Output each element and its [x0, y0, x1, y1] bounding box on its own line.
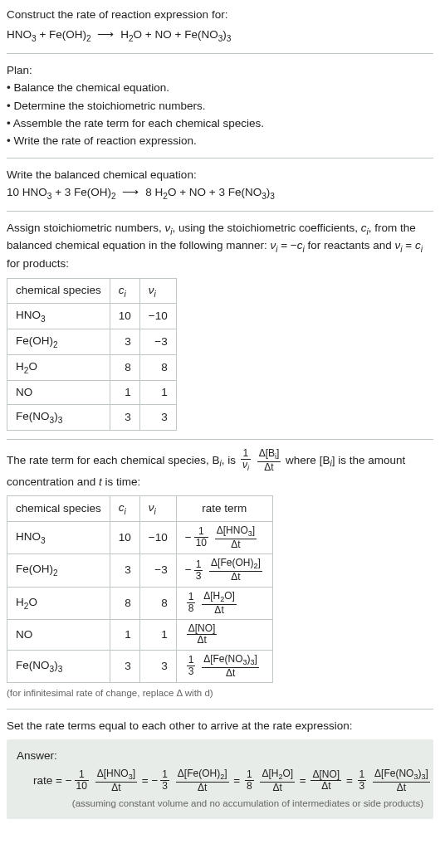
plan-item: • Balance the chemical equation.	[7, 80, 433, 96]
table-row: HNO310−10−110 Δ[HNO3]Δt	[7, 521, 273, 553]
table-row: HNO310−10	[7, 304, 177, 329]
table-row: NO11Δ[NO]Δt	[7, 620, 273, 650]
sp: HNO	[7, 28, 32, 41]
rate-expression: rate = −110 Δ[HNO3]Δt = −13 Δ[Fe(OH)2]Δt…	[17, 768, 423, 793]
rateterm-text: The rate term for each chemical species,…	[7, 448, 433, 490]
divider	[7, 53, 433, 54]
table-row: NO11	[7, 381, 177, 405]
plan-item: • Assemble the rate term for each chemic…	[7, 115, 433, 132]
footnote: (for infinitesimal rate of change, repla…	[7, 686, 433, 700]
table-header: chemical species ci νi rate term	[7, 495, 273, 521]
divider	[7, 158, 433, 158]
divider	[7, 211, 433, 212]
table-row: Fe(OH)23−3−13 Δ[Fe(OH)2]Δt	[7, 554, 273, 587]
table-row: H2O88	[7, 355, 177, 381]
plan-item: • Write the rate of reaction expression.	[7, 133, 433, 149]
stoich-table-1: chemical species ci νi HNO310−10 Fe(OH)2…	[7, 278, 177, 432]
intro-equation: HNO3 + Fe(OH)2 ⟶ H2O + NO + Fe(NO3)3	[7, 27, 433, 45]
plan-item: • Determine the stoichiometric numbers.	[7, 98, 433, 115]
table-row: Fe(NO3)333	[7, 405, 177, 431]
arrow-icon: ⟶	[119, 186, 142, 198]
divider	[7, 439, 433, 440]
answer-box: Answer: rate = −110 Δ[HNO3]Δt = −13 Δ[Fe…	[7, 739, 433, 819]
balanced-title: Write the balanced chemical equation:	[7, 167, 433, 183]
assign-text: Assign stoichiometric numbers, νi, using…	[7, 220, 433, 273]
balanced-equation: 10 HNO3 + 3 Fe(OH)2 ⟶ 8 H2O + NO + 3 Fe(…	[7, 184, 433, 202]
stoich-table-2: chemical species ci νi rate term HNO310−…	[7, 495, 273, 683]
arrow-icon: ⟶	[94, 28, 117, 41]
table-row: Fe(NO3)33313 Δ[Fe(NO3)3]Δt	[7, 650, 273, 682]
final-title: Set the rate terms equal to each other t…	[7, 718, 433, 734]
table-row: H2O8818 Δ[H2O]Δt	[7, 587, 273, 619]
answer-footnote: (assuming constant volume and no accumul…	[17, 797, 423, 811]
intro-prompt: Construct the rate of reaction expressio…	[7, 7, 433, 23]
plan-title: Plan:	[7, 62, 433, 79]
fraction: 1νi	[239, 448, 252, 473]
page: Construct the rate of reaction expressio…	[0, 0, 440, 824]
table-row: Fe(OH)23−3	[7, 329, 177, 355]
fraction: Δ[Bi]Δt	[256, 448, 283, 473]
answer-label: Answer:	[17, 748, 423, 764]
divider	[7, 709, 433, 710]
table-header: chemical species ci νi	[7, 278, 177, 304]
